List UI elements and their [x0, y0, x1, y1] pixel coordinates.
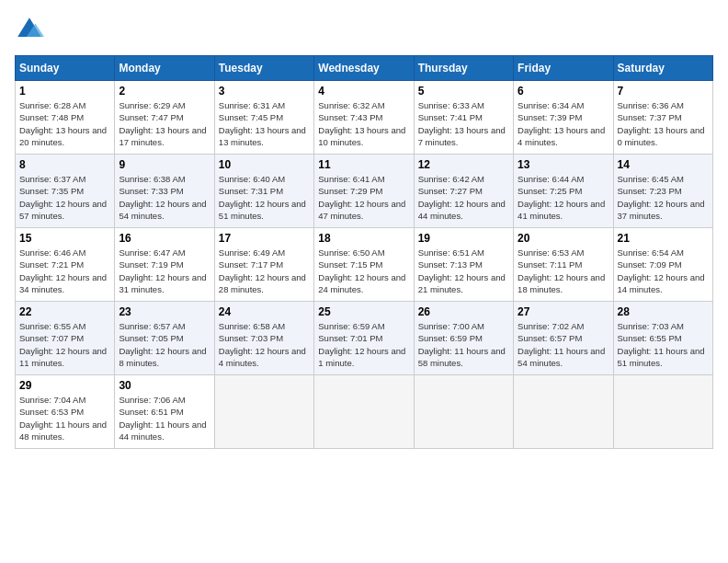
header-friday: Friday: [514, 56, 613, 81]
day-number: 22: [19, 305, 110, 318]
day-info: Sunrise: 6:44 AMSunset: 7:25 PMDaylight:…: [518, 173, 609, 222]
day-info: Sunrise: 6:31 AMSunset: 7:45 PMDaylight:…: [219, 99, 310, 148]
day-number: 24: [219, 305, 310, 318]
day-cell-26: 26Sunrise: 7:00 AMSunset: 6:59 PMDayligh…: [414, 302, 513, 375]
day-number: 7: [618, 85, 709, 98]
day-number: 20: [518, 232, 609, 245]
day-info: Sunrise: 6:50 AMSunset: 7:15 PMDaylight:…: [318, 247, 409, 295]
empty-cell: [214, 375, 313, 449]
day-cell-8: 8Sunrise: 6:37 AMSunset: 7:35 PMDaylight…: [16, 155, 115, 228]
day-number: 6: [518, 85, 609, 98]
day-info: Sunrise: 6:37 AMSunset: 7:35 PMDaylight:…: [19, 173, 110, 222]
day-number: 5: [418, 85, 509, 98]
page-header: [15, 15, 713, 44]
day-cell-9: 9Sunrise: 6:38 AMSunset: 7:33 PMDaylight…: [115, 155, 214, 228]
day-cell-22: 22Sunrise: 6:55 AMSunset: 7:07 PMDayligh…: [16, 302, 115, 375]
day-cell-4: 4Sunrise: 6:32 AMSunset: 7:43 PMDaylight…: [314, 81, 414, 155]
day-cell-23: 23Sunrise: 6:57 AMSunset: 7:05 PMDayligh…: [115, 302, 214, 375]
day-number: 9: [119, 158, 210, 171]
day-number: 4: [318, 85, 409, 98]
day-info: Sunrise: 6:51 AMSunset: 7:13 PMDaylight:…: [418, 247, 509, 295]
day-info: Sunrise: 6:28 AMSunset: 7:48 PMDaylight:…: [19, 99, 110, 148]
day-info: Sunrise: 6:53 AMSunset: 7:11 PMDaylight:…: [518, 247, 609, 295]
header-sunday: Sunday: [16, 56, 115, 81]
day-info: Sunrise: 6:47 AMSunset: 7:19 PMDaylight:…: [119, 247, 210, 295]
day-info: Sunrise: 6:55 AMSunset: 7:07 PMDaylight:…: [19, 320, 110, 369]
table-row: 22Sunrise: 6:55 AMSunset: 7:07 PMDayligh…: [16, 302, 713, 375]
day-number: 2: [119, 85, 210, 98]
day-cell-11: 11Sunrise: 6:41 AMSunset: 7:29 PMDayligh…: [314, 155, 414, 228]
logo: [15, 15, 48, 44]
header-wednesday: Wednesday: [314, 56, 414, 81]
header-tuesday: Tuesday: [214, 56, 313, 81]
table-row: 1Sunrise: 6:28 AMSunset: 7:48 PMDaylight…: [16, 81, 713, 155]
day-cell-20: 20Sunrise: 6:53 AMSunset: 7:11 PMDayligh…: [514, 228, 613, 302]
day-number: 17: [219, 232, 310, 245]
day-info: Sunrise: 7:06 AMSunset: 6:51 PMDaylight:…: [119, 394, 210, 442]
day-cell-12: 12Sunrise: 6:42 AMSunset: 7:27 PMDayligh…: [414, 155, 513, 228]
day-cell-27: 27Sunrise: 7:02 AMSunset: 6:57 PMDayligh…: [514, 302, 613, 375]
day-number: 28: [618, 305, 709, 318]
day-number: 27: [518, 305, 609, 318]
day-cell-10: 10Sunrise: 6:40 AMSunset: 7:31 PMDayligh…: [214, 155, 313, 228]
day-number: 1: [19, 85, 110, 98]
day-cell-17: 17Sunrise: 6:49 AMSunset: 7:17 PMDayligh…: [214, 228, 313, 302]
day-cell-28: 28Sunrise: 7:03 AMSunset: 6:55 PMDayligh…: [613, 302, 712, 375]
empty-cell: [414, 375, 513, 449]
day-info: Sunrise: 6:29 AMSunset: 7:47 PMDaylight:…: [119, 99, 210, 148]
day-info: Sunrise: 6:45 AMSunset: 7:23 PMDaylight:…: [618, 173, 709, 222]
day-info: Sunrise: 6:59 AMSunset: 7:01 PMDaylight:…: [318, 320, 409, 369]
day-number: 13: [518, 158, 609, 171]
day-info: Sunrise: 6:58 AMSunset: 7:03 PMDaylight:…: [219, 320, 310, 369]
day-cell-25: 25Sunrise: 6:59 AMSunset: 7:01 PMDayligh…: [314, 302, 414, 375]
day-info: Sunrise: 6:40 AMSunset: 7:31 PMDaylight:…: [219, 173, 310, 222]
day-number: 16: [119, 232, 210, 245]
day-cell-19: 19Sunrise: 6:51 AMSunset: 7:13 PMDayligh…: [414, 228, 513, 302]
day-info: Sunrise: 7:00 AMSunset: 6:59 PMDaylight:…: [418, 320, 509, 369]
empty-cell: [613, 375, 712, 449]
header-saturday: Saturday: [613, 56, 712, 81]
day-cell-2: 2Sunrise: 6:29 AMSunset: 7:47 PMDaylight…: [115, 81, 214, 155]
day-number: 18: [318, 232, 409, 245]
day-info: Sunrise: 6:41 AMSunset: 7:29 PMDaylight:…: [318, 173, 409, 222]
day-cell-13: 13Sunrise: 6:44 AMSunset: 7:25 PMDayligh…: [514, 155, 613, 228]
day-number: 23: [119, 305, 210, 318]
day-cell-30: 30Sunrise: 7:06 AMSunset: 6:51 PMDayligh…: [115, 375, 214, 449]
day-cell-6: 6Sunrise: 6:34 AMSunset: 7:39 PMDaylight…: [514, 81, 613, 155]
day-cell-5: 5Sunrise: 6:33 AMSunset: 7:41 PMDaylight…: [414, 81, 513, 155]
day-number: 14: [618, 158, 709, 171]
day-cell-29: 29Sunrise: 7:04 AMSunset: 6:53 PMDayligh…: [16, 375, 115, 449]
day-cell-16: 16Sunrise: 6:47 AMSunset: 7:19 PMDayligh…: [115, 228, 214, 302]
day-cell-18: 18Sunrise: 6:50 AMSunset: 7:15 PMDayligh…: [314, 228, 414, 302]
day-info: Sunrise: 7:04 AMSunset: 6:53 PMDaylight:…: [19, 394, 110, 442]
day-info: Sunrise: 6:34 AMSunset: 7:39 PMDaylight:…: [518, 99, 609, 148]
day-cell-1: 1Sunrise: 6:28 AMSunset: 7:48 PMDaylight…: [16, 81, 115, 155]
day-number: 25: [318, 305, 409, 318]
day-cell-7: 7Sunrise: 6:36 AMSunset: 7:37 PMDaylight…: [613, 81, 712, 155]
table-row: 8Sunrise: 6:37 AMSunset: 7:35 PMDaylight…: [16, 155, 713, 228]
day-info: Sunrise: 6:36 AMSunset: 7:37 PMDaylight:…: [618, 99, 709, 148]
day-info: Sunrise: 7:03 AMSunset: 6:55 PMDaylight:…: [618, 320, 709, 369]
calendar-table: Sunday Monday Tuesday Wednesday Thursday…: [15, 55, 713, 449]
day-info: Sunrise: 6:33 AMSunset: 7:41 PMDaylight:…: [418, 99, 509, 148]
empty-cell: [514, 375, 613, 449]
table-row: 15Sunrise: 6:46 AMSunset: 7:21 PMDayligh…: [16, 228, 713, 302]
day-number: 26: [418, 305, 509, 318]
day-info: Sunrise: 6:46 AMSunset: 7:21 PMDaylight:…: [19, 247, 110, 295]
day-cell-24: 24Sunrise: 6:58 AMSunset: 7:03 PMDayligh…: [214, 302, 313, 375]
day-info: Sunrise: 7:02 AMSunset: 6:57 PMDaylight:…: [518, 320, 609, 369]
day-cell-14: 14Sunrise: 6:45 AMSunset: 7:23 PMDayligh…: [613, 155, 712, 228]
empty-cell: [314, 375, 414, 449]
day-info: Sunrise: 6:54 AMSunset: 7:09 PMDaylight:…: [618, 247, 709, 295]
day-number: 19: [418, 232, 509, 245]
logo-icon: [15, 15, 44, 44]
table-row: 29Sunrise: 7:04 AMSunset: 6:53 PMDayligh…: [16, 375, 713, 449]
day-number: 12: [418, 158, 509, 171]
day-cell-21: 21Sunrise: 6:54 AMSunset: 7:09 PMDayligh…: [613, 228, 712, 302]
day-cell-15: 15Sunrise: 6:46 AMSunset: 7:21 PMDayligh…: [16, 228, 115, 302]
day-number: 15: [19, 232, 110, 245]
day-cell-3: 3Sunrise: 6:31 AMSunset: 7:45 PMDaylight…: [214, 81, 313, 155]
calendar-header-row: Sunday Monday Tuesday Wednesday Thursday…: [16, 56, 713, 81]
day-number: 11: [318, 158, 409, 171]
day-info: Sunrise: 6:38 AMSunset: 7:33 PMDaylight:…: [119, 173, 210, 222]
